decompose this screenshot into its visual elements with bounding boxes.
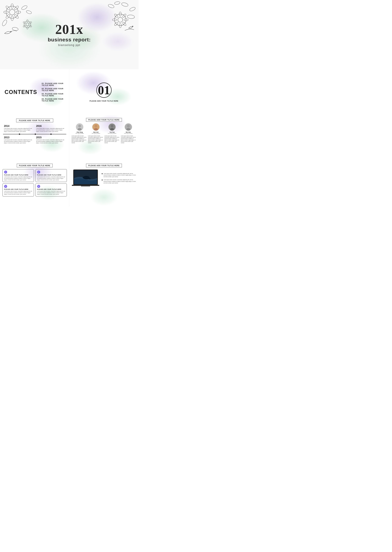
contents-item-2: 02. PLEASE ADD YOUR TILTLE HERE: [42, 88, 66, 91]
timeline-year-2013: 2013: [4, 136, 33, 139]
timeline-item-2013: 2013 Lorem ipsum dolor sit amet, consect…: [3, 135, 34, 144]
svg-point-27: [127, 15, 135, 19]
team-desc-2: Lorem ipsum dolor sit amet, consectetur …: [88, 135, 104, 144]
slide-title: 201x business report: bianselong ppt: [0, 0, 139, 69]
slide-contents: CONTENTS 01. PLEASE ADD YOUR TILTLE HERE…: [0, 69, 69, 115]
svg-point-0: [6, 6, 18, 18]
visual-panel-title: PLEASE ADD YOUR TILTLE HERE: [86, 164, 122, 167]
member-name-niudun: Niu dun: [126, 131, 131, 133]
svg-point-24: [114, 1, 120, 5]
timeline-item-2016: 2016 Lorem ipsum dolor sit amet, consect…: [35, 124, 66, 133]
timeline-grid-bottom: 2013 Lorem ipsum dolor sit amet, consect…: [3, 135, 66, 144]
visual-content: Lorem ipsum dolor sit amet, consectetur …: [72, 169, 136, 189]
svg-point-49: [127, 125, 130, 127]
team-member-niudun: Niu dun The input position: [121, 123, 135, 134]
timeline-grid: 2014 Lorem ipsum dolor sit amet, consect…: [3, 124, 66, 133]
avatar-hanmei: [92, 123, 100, 131]
feature-desc-3: Lorem ipsum dolor sit amet, consectetur …: [4, 191, 32, 195]
slide-visual: PLEASE ADD YOUR TILTLE HERE: [69, 161, 139, 206]
timeline-panel-title: PLEASE ADD YOUR TILTLE HERE: [16, 119, 53, 122]
svg-point-29: [118, 17, 123, 22]
feature-num-3: 3: [4, 185, 7, 188]
visual-bullet-1: Lorem ipsum dolor sit amet, consectetur …: [102, 173, 136, 178]
section-number-circle: 01: [96, 83, 112, 98]
slide-team: PLEASE ADD YOUR TILTLE HERE Xiao fang Th…: [69, 115, 139, 161]
svg-point-28: [114, 14, 126, 26]
avatar-niudun: [125, 123, 132, 131]
contents-item-3: 03. PLEASE ADD YOUR TILTLE HERE: [42, 93, 66, 97]
svg-rect-55: [81, 186, 90, 186]
slide-features: PLEASE ADD YOUR TILTLE HERE 1 PLEASE ADD…: [0, 161, 69, 206]
member-pos-yuehan: The input position: [108, 133, 116, 134]
sketch-flowers-top-left: [0, 0, 40, 40]
feature-num-4: 4: [37, 185, 40, 188]
contents-list: 01. PLEASE ADD YOUR TILTLE HERE 02. PLEA…: [42, 81, 66, 103]
team-desc-1: Lorem ipsum dolor sit amet, consectetur …: [71, 135, 87, 144]
svg-point-10: [21, 5, 28, 10]
title-content: 201x business report: bianselong ppt: [48, 23, 91, 47]
slides-grid: CONTENTS 01. PLEASE ADD YOUR TILTLE HERE…: [0, 69, 139, 206]
member-pos-xiaofang: The input position: [76, 133, 84, 134]
feature-num-1: 1: [4, 170, 7, 174]
contents-label: CONTENTS: [5, 89, 37, 95]
svg-point-38: [132, 26, 133, 27]
team-descriptions: Lorem ipsum dolor sit amet, consectetur …: [71, 135, 136, 144]
member-pos-niudun: The input position: [124, 133, 133, 134]
team-panel-title: PLEASE ADD YOUR TILTLE HERE: [86, 118, 122, 122]
svg-point-46: [111, 125, 113, 127]
feature-desc-1: Lorem ipsum dolor sit amet, consectetur …: [4, 176, 32, 181]
svg-point-26: [129, 6, 136, 12]
feature-title-1: PLEASE ADD YOUR TILTLE HERE: [4, 174, 32, 176]
laptop-illustration: [72, 169, 99, 189]
svg-point-13: [12, 27, 19, 31]
section-number: 01: [98, 84, 110, 96]
bullet-dot-2: [102, 180, 103, 180]
bullet-dot-1: [102, 173, 103, 174]
timeline-text-2013: Lorem ipsum dolor sit amet, consectetur …: [4, 139, 33, 144]
avatar-yuehan: [108, 123, 116, 131]
svg-point-14: [24, 21, 31, 28]
section-title: PLEASE ADD YOUR TILTLE HERE: [90, 100, 118, 102]
timeline-dot-2014: [35, 134, 36, 135]
bullet-text-2: Lorem ipsum dolor sit amet, consectetur …: [104, 179, 136, 184]
member-name-yuehan: Yue han: [109, 131, 115, 133]
team-member-xiaofang: Xiao fang The input position: [72, 123, 87, 134]
timeline-year-2016: 2016: [36, 125, 65, 127]
team-members: Xiao fang The input position Han mei The…: [71, 123, 136, 134]
features-grid: 1 PLEASE ADD YOUR TILTLE HERE Lorem ipsu…: [2, 169, 67, 197]
feature-title-2: PLEASE ADD YOUR TILTLE HERE: [37, 174, 65, 176]
feature-title-3: PLEASE ADD YOUR TILTLE HERE: [4, 189, 32, 190]
member-name-xiaofang: Xiao fang: [77, 131, 83, 133]
features-panel-title: PLEASE ADD YOUR TILTLE HERE: [17, 164, 53, 167]
svg-point-11: [26, 10, 32, 14]
timeline-year-2014: 2014: [4, 125, 33, 127]
member-name-hanmei: Han mei: [93, 131, 98, 133]
feature-card-2: 2 PLEASE ADD YOUR TILTLE HERE Lorem ipsu…: [35, 169, 67, 182]
svg-point-23: [108, 4, 114, 8]
feature-card-3: 3 PLEASE ADD YOUR TILTLE HERE Lorem ipsu…: [2, 184, 34, 196]
timeline-text-2015: Lorem ipsum dolor sit amet, consectetur …: [36, 139, 65, 144]
contents-item-1: 01. PLEASE ADD YOUR TILTLE HERE: [42, 83, 66, 86]
sketch-flowers-top-right: [102, 0, 139, 36]
avatar-xiaofang: [76, 123, 84, 131]
timeline-text-2014: Lorem ipsum dolor sit amet, consectetur …: [4, 128, 33, 132]
team-member-yuehan: Yue han The input position: [105, 123, 119, 134]
feature-card-1: 1 PLEASE ADD YOUR TILTLE HERE Lorem ipsu…: [2, 169, 34, 182]
feature-card-4: 4 PLEASE ADD YOUR TILTLE HERE Lorem ipsu…: [35, 184, 67, 196]
svg-point-1: [9, 9, 15, 15]
timeline-text-2016: Lorem ipsum dolor sit amet, consectetur …: [36, 128, 65, 132]
title-main: business report:: [48, 37, 91, 43]
timeline-year-2015: 2015: [36, 136, 65, 139]
feature-desc-4: Lorem ipsum dolor sit amet, consectetur …: [37, 191, 65, 195]
svg-rect-54: [72, 185, 99, 186]
slide-section01: 01 PLEASE ADD YOUR TILTLE HERE: [69, 69, 139, 115]
bullet-text-1: Lorem ipsum dolor sit amet, consectetur …: [104, 173, 136, 178]
timeline-item-2015: 2015 Lorem ipsum dolor sit amet, consect…: [35, 135, 66, 144]
feature-desc-2: Lorem ipsum dolor sit amet, consectetur …: [37, 176, 65, 181]
svg-point-15: [26, 23, 29, 26]
team-desc-4: Lorem ipsum dolor sit amet, consectetur …: [121, 135, 136, 144]
svg-point-40: [78, 125, 81, 127]
feature-num-2: 2: [37, 170, 40, 174]
slide-timeline: PLEASE ADD YOUR TILTLE HERE 2014 Lorem i…: [0, 115, 69, 161]
team-member-hanmei: Han mei The input position: [89, 123, 103, 134]
